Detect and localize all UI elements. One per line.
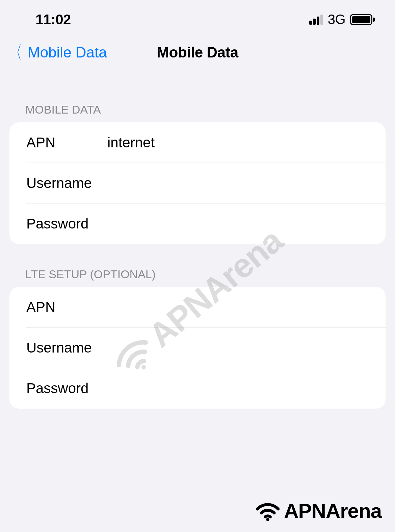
status-bar: 11:02 3G bbox=[0, 0, 395, 34]
row-lte-password[interactable]: Password bbox=[9, 368, 386, 409]
nav-bar: 〈 Mobile Data Mobile Data bbox=[0, 34, 395, 71]
back-label: Mobile Data bbox=[28, 44, 107, 61]
back-button[interactable]: 〈 Mobile Data bbox=[7, 43, 107, 62]
wifi-icon bbox=[254, 501, 281, 521]
label-password: Password bbox=[26, 216, 107, 232]
section-header-mobile-data: MOBILE DATA bbox=[0, 103, 395, 122]
section-header-lte: LTE SETUP (OPTIONAL) bbox=[0, 268, 395, 287]
input-lte-password[interactable] bbox=[107, 380, 369, 396]
network-type: 3G bbox=[328, 12, 345, 27]
label-apn: APN bbox=[26, 135, 107, 151]
input-password[interactable] bbox=[107, 216, 369, 232]
status-right: 3G bbox=[309, 12, 375, 27]
signal-icon bbox=[309, 15, 323, 25]
page-title: Mobile Data bbox=[157, 44, 238, 61]
card-lte: APN Username Password bbox=[9, 287, 386, 409]
input-lte-apn[interactable] bbox=[107, 299, 369, 315]
input-lte-username[interactable] bbox=[107, 340, 369, 356]
battery-icon bbox=[350, 14, 375, 25]
label-username: Username bbox=[26, 175, 107, 191]
row-password[interactable]: Password bbox=[9, 203, 386, 244]
row-username[interactable]: Username bbox=[9, 163, 386, 203]
watermark-bottom-text: APNArena bbox=[284, 499, 381, 523]
row-lte-username[interactable]: Username bbox=[9, 328, 386, 368]
label-lte-apn: APN bbox=[26, 299, 107, 315]
chevron-left-icon: 〈 bbox=[9, 43, 22, 62]
svg-point-1 bbox=[266, 518, 269, 521]
input-apn[interactable] bbox=[107, 135, 369, 151]
input-username[interactable] bbox=[107, 175, 369, 191]
status-time: 11:02 bbox=[35, 11, 71, 28]
card-mobile-data: APN Username Password bbox=[9, 122, 386, 244]
label-lte-username: Username bbox=[26, 340, 107, 356]
watermark-bottom: APNArena bbox=[254, 499, 381, 523]
row-lte-apn[interactable]: APN bbox=[9, 287, 386, 328]
row-apn[interactable]: APN bbox=[9, 122, 386, 163]
label-lte-password: Password bbox=[26, 380, 107, 396]
